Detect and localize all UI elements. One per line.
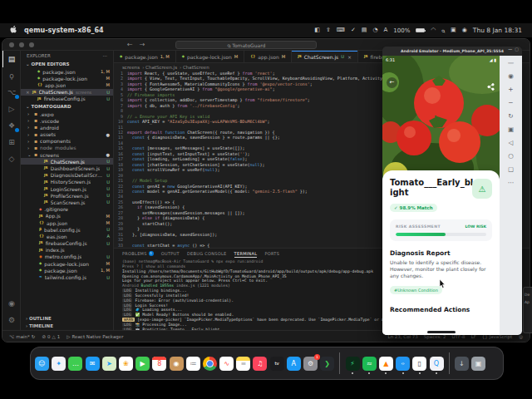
sidebar-actions-icon[interactable]: ⋯ <box>103 53 108 58</box>
panel-tab-PROBLEMS[interactable]: PROBLEMS 1 <box>122 249 154 258</box>
menu-bar-clock[interactable]: Thu 8 Jan 18:31 <box>473 27 522 34</box>
editor-tab-package-lock.json[interactable]: ◆ package-lock.json M × <box>176 51 245 62</box>
open-editors-header[interactable]: OPEN EDITORS <box>21 60 113 68</box>
emulator-tool-back[interactable]: ◁ <box>509 140 514 146</box>
sidebar-section[interactable]: TIMELINE <box>21 322 113 329</box>
activity-bar-item-testing[interactable]: ◇ <box>2 150 21 167</box>
dock-item-vlc[interactable]: ▲ <box>379 357 393 371</box>
dock-item-voice-memos[interactable]: ∿ <box>219 357 234 371</box>
dock-item-terminal[interactable]: ❯ <box>320 357 334 371</box>
emulator-tool-screenshot[interactable]: ▣ <box>508 126 514 133</box>
wifi-icon[interactable]: ◠ <box>431 27 436 33</box>
close-window-button[interactable] <box>9 42 14 47</box>
explorer-item-firebaseConfig.js[interactable]: JS firebaseConfig.js U <box>21 240 113 247</box>
dock-item-facetime[interactable]: ▶ <box>135 357 150 371</box>
explorer-item-app.json[interactable]: {} app.json M <box>21 219 113 226</box>
explorer-item-ChatScreen.js[interactable]: JS ChatScreen.js U <box>21 158 113 165</box>
explorer-item-index.js[interactable]: JS index.js <box>21 247 113 254</box>
menu-bar-app-name[interactable]: qemu-system-x86_64 <box>24 27 104 34</box>
dock-item-chrome[interactable] <box>203 357 217 371</box>
emulator-titlebar[interactable]: Android Emulator - Medium_Phone_API_35:5… <box>382 47 522 56</box>
project-root-header[interactable]: TOMATOGUARD <box>21 102 113 111</box>
condition-tag[interactable]: #Unknown Condition <box>390 286 442 294</box>
explorer-item-DiagnosisDetailScreen.js[interactable]: JS DiagnosisDetailScreen.js U <box>21 172 113 179</box>
git-branch-indicator[interactable]: ⌥ main* ↻ <box>9 334 35 339</box>
activity-bar-item-remote-explorer[interactable]: ⊞ <box>2 134 21 150</box>
explorer-item-eas.json[interactable]: {} eas.json A <box>21 233 113 239</box>
breadcrumb-item[interactable]: ChatScreen <box>180 65 209 70</box>
menubar-icon-keyboard-icon[interactable]: ⌨ <box>337 27 345 33</box>
emulator-tool-more[interactable]: ⋯ <box>508 180 515 186</box>
dock-item-trash[interactable]: ▣ <box>471 357 485 371</box>
explorer-item-android[interactable]: › ▪ android <box>21 124 113 131</box>
open-editor-item-package-lock.json[interactable]: ◆ package-lock.json M <box>21 75 113 81</box>
dock-item-app-store[interactable]: A <box>287 357 301 371</box>
activity-bar-item-explorer[interactable]: ▤ <box>2 51 21 67</box>
explorer-item-tailwind.config.js[interactable]: ≈ tailwind.config.js U <box>21 273 113 280</box>
explorer-item-package-lock.json[interactable]: ◆ package-lock.json M <box>21 260 113 267</box>
explorer-item-babel.config.js[interactable]: β babel.config.js U <box>21 226 113 233</box>
command-center-search[interactable]: ϙ TomatoGuard <box>175 41 317 49</box>
notification-toast-fragment[interactable]: De Ap <box>523 287 532 333</box>
explorer-item-HistoryScreen.js[interactable]: JS HistoryScreen.js U <box>21 179 113 185</box>
sync-icon[interactable]: ↻ <box>32 334 36 339</box>
panel-tab-OUTPUT[interactable]: OUTPUT <box>161 249 180 258</box>
explorer-item-node_modules[interactable]: › ▪ node_modules <box>21 145 113 151</box>
menubar-icon-shortcuts-icon[interactable]: ⇪ <box>326 27 331 33</box>
emulator-tool-power[interactable]: ◉ <box>508 73 514 80</box>
open-editor-item-app.json[interactable]: {} app.json M <box>21 81 113 88</box>
dock-item-system-settings[interactable]: ⚙1 <box>303 357 318 371</box>
menubar-icon-verified-icon[interactable]: ✓ <box>351 27 356 33</box>
explorer-item-App.js[interactable]: JS App.js M <box>21 213 113 219</box>
dock-item-apple-tv[interactable]: tv <box>270 357 284 371</box>
activity-bar-item-search[interactable]: ϙ <box>2 67 21 84</box>
activity-bar-item-source-control[interactable]: ⌥ <box>2 84 21 101</box>
zoom-window-button[interactable] <box>29 42 34 47</box>
problems-indicator[interactable]: ⊘ 0 △ 1 <box>42 334 60 339</box>
apple-menu-icon[interactable] <box>10 26 17 35</box>
emulator-tool-volume-down[interactable]: − <box>508 100 513 106</box>
dock-item-finder[interactable]: ☺ <box>35 357 49 371</box>
history-nav-arrows[interactable]: ←→ <box>127 41 151 48</box>
dock-item-quicktime[interactable]: Q <box>430 357 444 371</box>
dock-item-vscode[interactable]: ‹› <box>396 357 410 371</box>
explorer-item-LoginScreen.js[interactable]: JS LoginScreen.js U <box>21 185 113 192</box>
open-editor-item-firebaseConfig.js[interactable]: JS firebaseConfig.js U <box>21 96 113 102</box>
open-editor-item-ChatScreen.js[interactable]: × JS ChatScreen.js screens U <box>21 89 113 96</box>
emulator-tool-overview[interactable]: ▢ <box>508 166 514 173</box>
dock-item-contacts[interactable]: ◉ <box>170 357 184 371</box>
user-menu-icon[interactable]: ◉ <box>462 27 467 33</box>
window-traffic-lights[interactable] <box>9 42 34 47</box>
dock-item-downloads[interactable]: ↓ <box>455 357 469 371</box>
dock-item-messages[interactable]: … <box>68 357 82 371</box>
control-center-icon[interactable]: ▣ <box>451 27 456 33</box>
dock-item-calendar[interactable]: 8 <box>152 357 166 371</box>
emulator-window-controls[interactable]: — ▢ <box>508 47 519 52</box>
panel-tab-PORTS[interactable]: PORTS <box>264 249 279 258</box>
dock-item-reminders[interactable]: ≔ <box>186 357 200 371</box>
breadcrumb-item[interactable]: screens <box>122 65 140 70</box>
spotlight-search-icon[interactable]: ϙ <box>441 27 446 33</box>
panel-tab-DEBUG CONSOLE[interactable]: DEBUG CONSOLE <box>187 249 227 258</box>
breadcrumb-item[interactable]: ChatScreen.js <box>142 65 177 70</box>
menubar-icon-clock-app-icon[interactable]: ◔ <box>372 27 377 33</box>
explorer-item-.gitignore[interactable]: ◆ .gitignore <box>21 206 113 213</box>
explorer-item-.vscode[interactable]: › ▪ .vscode <box>21 117 113 124</box>
emulator-tool-home[interactable]: ○ <box>508 153 514 160</box>
editor-tab-package.json[interactable]: ◆ package.json 1, M × <box>114 51 176 62</box>
dock-item-mail[interactable]: ✉ <box>86 357 100 371</box>
emulator-tool-rotate[interactable]: ↻ <box>508 113 513 120</box>
dock-item-safari[interactable]: ✦ <box>52 357 66 371</box>
open-editor-item-package.json[interactable]: ◆ package.json 1, M <box>21 68 113 75</box>
explorer-item-components[interactable]: › ▪ components <box>21 138 113 145</box>
dock-item-emulator-gauge[interactable]: ⚡ <box>346 357 360 371</box>
activity-bar-item-run-debug[interactable]: ▷ <box>2 101 21 117</box>
menubar-icon-stats-icon[interactable]: ◧ <box>314 27 320 33</box>
close-tab-icon[interactable]: × <box>347 54 352 60</box>
back-button[interactable]: ← <box>387 77 397 88</box>
sidebar-section[interactable]: OUTLINE <box>21 314 113 322</box>
dock-item-music[interactable]: ♫ <box>253 357 267 371</box>
dock-item-spotify[interactable]: ≈ <box>362 357 377 371</box>
close-editor-icon[interactable]: × <box>26 90 30 95</box>
panel-tab-TERMINAL[interactable]: TERMINAL <box>234 249 258 258</box>
